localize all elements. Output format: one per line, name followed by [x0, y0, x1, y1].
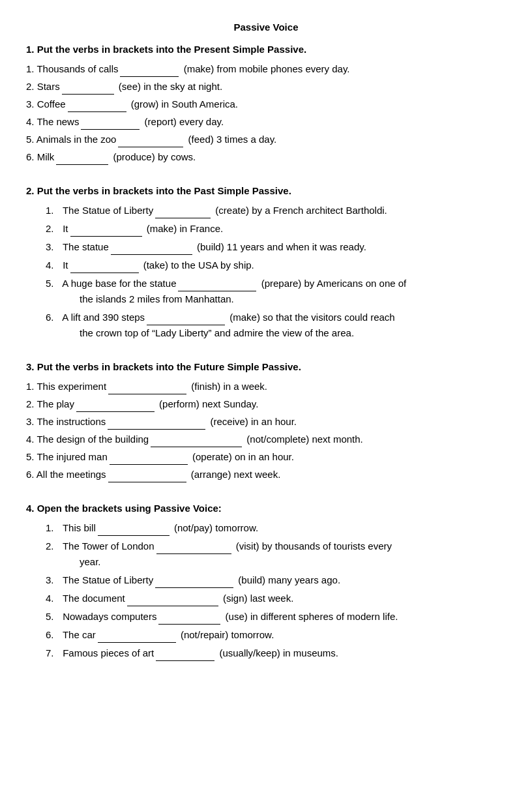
list-item: 4. The document (sign) last week. — [46, 591, 506, 606]
blank[interactable] — [81, 119, 140, 130]
blank[interactable] — [108, 419, 205, 430]
section-1-heading: 1. Put the verbs in brackets into the Pr… — [26, 42, 506, 57]
blank[interactable] — [70, 263, 139, 273]
list-item: 4. The news (report) every day. — [26, 114, 506, 130]
item-text: (make) from mobile phones every day. — [181, 63, 349, 74]
item-text: (take) to the USA by ship. — [141, 259, 254, 271]
blank[interactable] — [158, 614, 220, 625]
section-4-heading: 4. Open the brackets using Passive Voice… — [26, 501, 506, 516]
item-continuation: the islands 2 miles from Manhattan. — [46, 291, 506, 307]
blank[interactable] — [147, 315, 225, 325]
blank[interactable] — [151, 437, 242, 447]
blank[interactable] — [108, 384, 186, 394]
section-2-list: 1. The Statue of Liberty (create) by a F… — [26, 203, 506, 341]
item-num: 1. This experiment — [26, 381, 106, 392]
list-item: 5. Animals in the zoo (feed) 3 times a d… — [26, 132, 506, 147]
item-text: (receive) in an hour. — [207, 416, 297, 427]
item-num: 3. — [46, 572, 60, 588]
list-item: 6. A lift and 390 steps (make) so that t… — [46, 310, 506, 341]
item-num: 6. Milk — [26, 151, 54, 162]
list-item: 5. Nowadays computers (use) in different… — [46, 609, 506, 625]
blank[interactable] — [156, 651, 214, 661]
item-num: 5. — [46, 276, 60, 291]
blank[interactable] — [127, 596, 218, 606]
item-text: The document — [60, 593, 125, 604]
section-3: 3. Put the verbs in brackets into the Fu… — [26, 359, 506, 482]
list-item: 3. The statue (build) 11 years and when … — [46, 239, 506, 255]
blank[interactable] — [111, 244, 192, 255]
blank[interactable] — [178, 281, 256, 291]
item-text: The Statue of Liberty — [60, 574, 153, 585]
item-num: 3. The instructions — [26, 416, 106, 427]
list-item: 4. The design of the building (not/compl… — [26, 432, 506, 447]
section-4: 4. Open the brackets using Passive Voice… — [26, 501, 506, 661]
blank[interactable] — [56, 155, 108, 165]
item-text: (see) in the sky at night. — [116, 81, 222, 92]
blank[interactable] — [156, 544, 231, 554]
item-text: (make) in France. — [144, 223, 224, 234]
list-item: 3. Coffee (grow) in South America. — [26, 96, 506, 112]
item-num: 3. Coffee — [26, 98, 66, 110]
item-text: (feed) 3 times a day. — [185, 134, 276, 145]
blank[interactable] — [155, 208, 211, 218]
blank[interactable] — [70, 226, 142, 237]
item-text: Famous pieces of art — [60, 647, 154, 658]
blank[interactable] — [62, 84, 114, 95]
item-continuation: year. — [46, 554, 506, 570]
item-text: (produce) by cows. — [110, 151, 196, 162]
item-num: 2. Stars — [26, 81, 60, 92]
section-2: 2. Put the verbs in brackets into the Pa… — [26, 183, 506, 341]
section-3-heading: 3. Put the verbs in brackets into the Fu… — [26, 359, 506, 375]
item-continuation: the crown top of “Lady Liberty” and admi… — [46, 325, 506, 341]
item-text: (not/repair) tomorrow. — [178, 629, 274, 640]
list-item: 2. The Tower of London (visit) by thousa… — [46, 538, 506, 570]
blank[interactable] — [110, 454, 188, 465]
item-text: (operate) on in an hour. — [190, 451, 294, 462]
item-text: (use) in different spheres of modern lif… — [222, 611, 398, 622]
item-text: (report) every day. — [141, 116, 224, 127]
item-text: (finish) in a week. — [188, 381, 267, 392]
blank[interactable] — [118, 137, 183, 147]
section-1: 1. Put the verbs in brackets into the Pr… — [26, 42, 506, 165]
item-num: 7. — [46, 645, 60, 661]
blank[interactable] — [108, 472, 186, 482]
section-3-list: 1. This experiment (finish) in a week. 2… — [26, 379, 506, 482]
list-item: 7. Famous pieces of art (usually/keep) i… — [46, 645, 506, 661]
item-text: (build) 11 years and when it was ready. — [194, 241, 366, 252]
item-text: (usually/keep) in museums. — [216, 647, 338, 658]
item-num: 5. — [46, 609, 60, 625]
item-text: (not/pay) tomorrow. — [171, 522, 258, 533]
item-num: 2. — [46, 538, 60, 554]
item-text: (build) many years ago. — [235, 574, 340, 585]
blank[interactable] — [98, 525, 170, 536]
list-item: 3. The instructions (receive) in an hour… — [26, 414, 506, 430]
item-num: 3. — [46, 239, 60, 255]
item-text: It — [60, 223, 68, 234]
item-text: It — [60, 259, 68, 271]
list-item: 6. The car (not/repair) tomorrow. — [46, 627, 506, 643]
item-num: 2. The play — [26, 398, 74, 409]
item-num: 1. Thousands of calls — [26, 63, 118, 74]
item-text: (create) by a French architect Bartholdi… — [213, 205, 387, 216]
item-text: The Tower of London — [60, 540, 155, 552]
item-text: (prepare) by Americans on one of — [258, 278, 406, 289]
blank[interactable] — [98, 632, 176, 643]
item-num: 6. — [46, 310, 60, 325]
blank[interactable] — [120, 66, 179, 77]
list-item: 1. This bill (not/pay) tomorrow. — [46, 520, 506, 536]
section-2-heading: 2. Put the verbs in brackets into the Pa… — [26, 183, 506, 199]
section-1-list: 1. Thousands of calls (make) from mobile… — [26, 61, 506, 165]
list-item: 3. The Statue of Liberty (build) many ye… — [46, 572, 506, 588]
item-text: A lift and 390 steps — [60, 312, 145, 323]
blank[interactable] — [68, 102, 126, 112]
list-item: 1. The Statue of Liberty (create) by a F… — [46, 203, 506, 218]
item-num: 6. All the meetings — [26, 469, 106, 480]
blank[interactable] — [76, 402, 155, 412]
item-text: The Statue of Liberty — [60, 205, 153, 216]
list-item: 5. The injured man (operate) on in an ho… — [26, 449, 506, 465]
list-item: 1. This experiment (finish) in a week. — [26, 379, 506, 394]
item-text: The car — [60, 629, 96, 640]
item-num: 4. — [46, 258, 60, 273]
item-text: (grow) in South America. — [128, 98, 238, 110]
blank[interactable] — [155, 578, 233, 588]
